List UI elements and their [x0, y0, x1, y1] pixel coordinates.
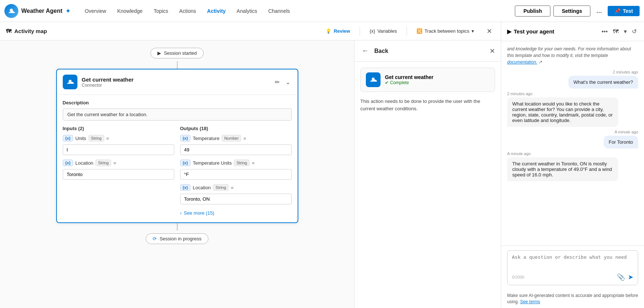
test-panel: ▶ Test your agent ••• 🗺 ▾ ↺ and knowledg…	[501, 22, 644, 308]
location-type: String	[95, 160, 111, 166]
nav-topics[interactable]: Topics	[149, 5, 174, 17]
units-input[interactable]	[63, 144, 174, 155]
nav-overview[interactable]: Overview	[80, 5, 111, 17]
test-button[interactable]: 📌 Test	[608, 6, 640, 16]
expand-icon: ▶	[507, 28, 512, 35]
track-icon: 🔀	[416, 28, 422, 34]
inputs-title: Inputs (2)	[63, 126, 174, 131]
more-options-button[interactable]: ...	[593, 6, 605, 16]
canvas-toolbar: 🗺 Activity map 💡 Review {x} Variables 🔀 …	[0, 22, 501, 40]
spinner-icon: ⟳	[153, 236, 157, 241]
test-messages: and knowledge for your own needs. For mo…	[501, 41, 644, 246]
temp-eq: =	[243, 136, 246, 141]
canvas-area: 🗺 Activity map 💡 Review {x} Variables 🔀 …	[0, 22, 501, 308]
outputs-title: Outputs (18)	[180, 126, 292, 131]
temp-units-eq: =	[252, 160, 255, 166]
msg-time-3: A minute ago	[615, 130, 638, 134]
description-label: Description	[63, 100, 292, 105]
map-test-btn[interactable]: 🗺	[611, 27, 620, 36]
external-link-icon: ↗	[538, 60, 542, 65]
card-actions: ✏ ⌄	[273, 77, 292, 87]
test-title: ▶ Test your agent	[507, 28, 597, 35]
out-loc-label: Location	[193, 185, 211, 190]
left-canvas: ▶ Session started	[0, 40, 354, 308]
lightbulb-icon: 💡	[325, 28, 331, 34]
map-icon: 🗺	[6, 28, 11, 34]
chat-input-actions: 📎 ➤	[617, 273, 633, 281]
units-eq: =	[106, 136, 109, 141]
msg-group-1: 2 minutes ago What's the current weather…	[507, 70, 638, 89]
top-nav: Weather Agent ✦ Overview Knowledge Topic…	[0, 0, 644, 22]
units-var-badge: {x}	[63, 135, 73, 142]
complete-badge: ✔ Complete	[385, 80, 433, 85]
terms-link[interactable]: See terms	[520, 299, 540, 304]
output-location-row: {x} Location String =	[180, 184, 292, 191]
session-started-badge: ▶ Session started	[150, 48, 204, 58]
detail-panel-title: Back	[374, 48, 485, 54]
send-button[interactable]: ➤	[628, 273, 633, 281]
msg-group-2: 2 minutes ago What location would you li…	[507, 92, 638, 127]
out-loc-eq: =	[231, 185, 234, 190]
units-type: String	[88, 135, 104, 142]
check-icon: ✔	[385, 80, 389, 85]
activity-map-title: 🗺 Activity map	[6, 28, 47, 34]
card-header: Get current weather Connector ✏ ⌄	[57, 69, 298, 95]
attach-button[interactable]: 📎	[617, 273, 625, 281]
output-temp-row: {x} Temperature Number =	[180, 135, 292, 142]
location-string-input[interactable]	[180, 194, 292, 204]
app-title: Weather Agent	[21, 8, 62, 14]
documentation-link[interactable]: documentation.	[507, 60, 537, 65]
more-test-btn[interactable]: •••	[600, 27, 609, 36]
review-button[interactable]: 💡 Review	[320, 26, 355, 36]
nav-links: Overview Knowledge Topics Actions Activi…	[80, 5, 512, 17]
action-card: Get current weather ✔ Complete	[360, 68, 495, 92]
msg-time-1: 2 minutes ago	[613, 70, 638, 74]
chat-textarea[interactable]	[512, 254, 633, 269]
chevron-test-btn[interactable]: ▾	[622, 26, 628, 36]
pin-icon: 📌	[614, 8, 621, 14]
location-eq: =	[113, 160, 116, 166]
publish-button[interactable]: Publish	[515, 6, 550, 17]
chevron-down-icon: ▾	[472, 28, 474, 34]
chat-input-area: 0/2000 📎 ➤	[501, 246, 644, 290]
temp-units-var-badge: {x}	[180, 160, 191, 166]
edit-button[interactable]: ✏	[273, 77, 281, 87]
units-label: Units	[75, 136, 86, 141]
chat-input-box: 0/2000 📎 ➤	[507, 250, 638, 285]
close-canvas-button[interactable]: ✕	[484, 26, 495, 37]
top-nav-actions: Publish Settings ... 📌 Test	[515, 6, 640, 17]
detail-close-button[interactable]: ✕	[490, 47, 495, 55]
nav-knowledge[interactable]: Knowledge	[112, 5, 148, 17]
nav-channels[interactable]: Channels	[263, 5, 295, 17]
back-button[interactable]: ←	[360, 46, 370, 56]
canvas-wrapper: ▶ Session started	[0, 40, 501, 308]
track-topics-button[interactable]: 🔀 Track between topics ▾	[411, 26, 479, 36]
out-loc-var-badge: {x}	[180, 184, 191, 191]
chevron-right-icon: ›	[180, 210, 182, 216]
inputs-section: Inputs (2) {x} Units String =	[63, 126, 174, 217]
temp-units-input[interactable]	[180, 169, 292, 180]
test-header: ▶ Test your agent ••• 🗺 ▾ ↺	[501, 22, 644, 41]
expand-button[interactable]: ⌄	[284, 77, 292, 87]
nav-activity[interactable]: Activity	[202, 5, 231, 17]
refresh-test-btn[interactable]: ↺	[630, 26, 638, 36]
see-more-button[interactable]: › See more (15)	[180, 209, 292, 217]
variables-button[interactable]: {x} Variables	[364, 26, 402, 36]
description-text: Get the current weather for a location.	[63, 108, 292, 121]
session-progress-badge: ⟳ Session in progress	[146, 233, 208, 244]
play-icon: ▶	[157, 50, 161, 56]
bubble-user-2: For Toronto	[604, 136, 638, 148]
nav-analytics[interactable]: Analytics	[232, 5, 262, 17]
nav-actions[interactable]: Actions	[174, 5, 201, 17]
connector-line-bottom	[177, 223, 178, 230]
msg-time-4: A minute ago	[507, 151, 531, 156]
connector-dashed-top	[177, 61, 178, 69]
session-progress-node: ⟳ Session in progress	[146, 233, 208, 244]
spark-icon[interactable]: ✦	[65, 7, 71, 15]
temp-input[interactable]	[180, 144, 292, 155]
bubble-user-1: What's the current weather?	[568, 76, 638, 89]
app-icon	[4, 4, 18, 18]
flow-area: ▶ Session started	[0, 40, 354, 251]
settings-button[interactable]: Settings	[553, 6, 590, 17]
location-input[interactable]	[63, 169, 174, 180]
